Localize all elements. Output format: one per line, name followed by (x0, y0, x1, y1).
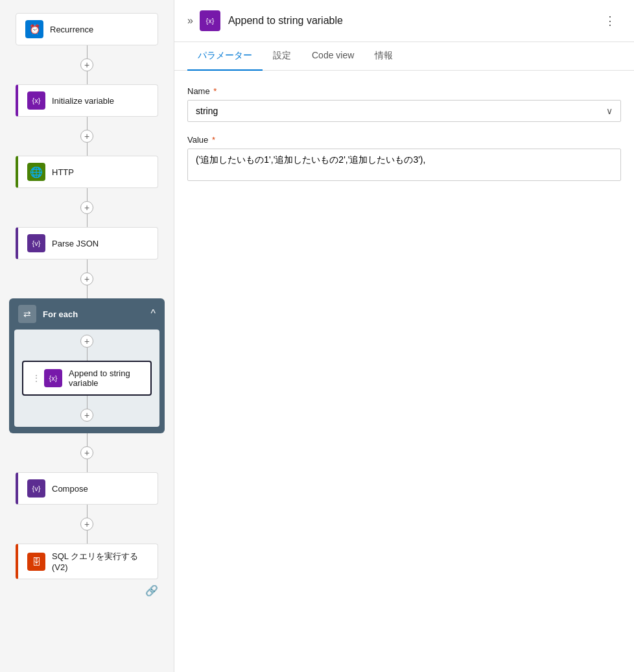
name-select-value: string (196, 106, 218, 116)
initialize-variable-icon: {x} (27, 91, 45, 110)
line-4b (87, 285, 88, 298)
right-panel-header: » {x} Append to string variable ⋮ (174, 0, 634, 42)
recurrence-icon: ⏰ (25, 20, 43, 38)
drag-handle-icon: ⋮ (32, 374, 40, 383)
foreach-inner: + ⋮ {x} Append to string variable + (14, 330, 159, 427)
recurrence-label: Recurrence (50, 25, 93, 34)
tab-settings[interactable]: 設定 (263, 42, 301, 71)
tab-codeview[interactable]: Code view (301, 42, 364, 71)
step-recurrence[interactable]: ⏰ Recurrence (16, 13, 158, 45)
sql-icon: 🗄 (27, 553, 45, 571)
step-http[interactable]: 🌐 HTTP (16, 156, 158, 188)
name-required-star: * (211, 86, 217, 96)
value-label: Value * (187, 135, 621, 145)
step-sql[interactable]: 🗄 SQL クエリを実行する (V2) (16, 544, 158, 579)
header-menu-icon[interactable]: ⋮ (599, 11, 621, 30)
value-required-star: * (209, 135, 215, 145)
tab-info[interactable]: 情報 (364, 42, 403, 71)
line-1b (87, 71, 88, 84)
panel-header-icon: {x} (200, 10, 220, 31)
line-4 (87, 259, 88, 272)
name-label: Name * (187, 86, 621, 96)
connector-1: + (80, 45, 93, 84)
step-initialize-variable[interactable]: {x} Initialize variable (16, 84, 158, 117)
right-panel: » {x} Append to string variable ⋮ パラメーター… (174, 0, 634, 672)
compose-icon: {v} (27, 479, 45, 498)
compose-label: Compose (52, 484, 88, 494)
step-append-to-string[interactable]: ⋮ {x} Append to string variable (22, 361, 152, 396)
line-2b (87, 143, 88, 156)
initialize-variable-label: Initialize variable (52, 96, 114, 106)
line-inner-top (87, 348, 88, 361)
add-button-2[interactable]: + (80, 130, 93, 143)
line-6 (87, 505, 88, 518)
add-button-5[interactable]: + (80, 446, 93, 459)
line-3b (87, 214, 88, 227)
expand-icon[interactable]: » (187, 15, 193, 27)
step-parse-json[interactable]: {v} Parse JSON (16, 227, 158, 259)
http-icon: 🌐 (27, 163, 45, 181)
append-label: Append to string variable (69, 368, 130, 388)
foreach-collapse-button[interactable]: ^ (150, 308, 156, 320)
connector-inner-bottom: + (80, 396, 93, 422)
foreach-container: ⇄ For each ^ + ⋮ {x} Append to string va… (9, 298, 165, 433)
name-field: Name * string ∨ (187, 86, 621, 122)
http-label: HTTP (52, 167, 74, 177)
connector-6: + (80, 505, 93, 544)
step-compose[interactable]: {v} Compose (16, 472, 158, 505)
line-3 (87, 188, 88, 201)
flow-canvas: ⏰ Recurrence + {x} Initialize variable +… (0, 0, 174, 672)
parse-json-icon: {v} (27, 234, 45, 252)
connector-5: + (80, 433, 93, 472)
foreach-header[interactable]: ⇄ For each ^ (9, 298, 165, 330)
line-6b (87, 531, 88, 544)
add-button-6[interactable]: + (80, 518, 93, 531)
add-button-1[interactable]: + (80, 58, 93, 71)
add-button-4[interactable]: + (80, 272, 93, 285)
line-1 (87, 45, 88, 58)
add-button-inner-bottom[interactable]: + (80, 409, 93, 422)
add-button-inner-top[interactable]: + (80, 335, 93, 348)
foreach-icon: ⇄ (18, 305, 36, 323)
line-2 (87, 117, 88, 130)
tabs-bar: パラメーター 設定 Code view 情報 (174, 42, 634, 71)
link-icon: 🔗 (145, 584, 158, 597)
connector-2: + (80, 117, 93, 156)
sql-label: SQL クエリを実行する (V2) (52, 551, 148, 572)
line-5b (87, 459, 88, 472)
add-button-3[interactable]: + (80, 201, 93, 214)
value-field: Value * (187, 135, 621, 183)
connector-inner-top: + (80, 335, 93, 361)
connector-4: + (80, 259, 93, 298)
connector-3: + (80, 188, 93, 227)
tab-parameters[interactable]: パラメーター (187, 42, 263, 71)
link-icon-area: 🔗 (16, 584, 158, 597)
append-icon: {x} (44, 369, 62, 387)
name-select-arrow: ∨ (606, 106, 613, 116)
line-inner-bottom (87, 396, 88, 409)
foreach-label: For each (43, 309, 150, 319)
value-textarea[interactable] (187, 149, 621, 181)
panel-title: Append to string variable (228, 15, 599, 27)
name-select[interactable]: string ∨ (187, 100, 621, 122)
parse-json-label: Parse JSON (52, 239, 99, 248)
form-area: Name * string ∨ Value * (174, 71, 634, 672)
line-5 (87, 433, 88, 446)
